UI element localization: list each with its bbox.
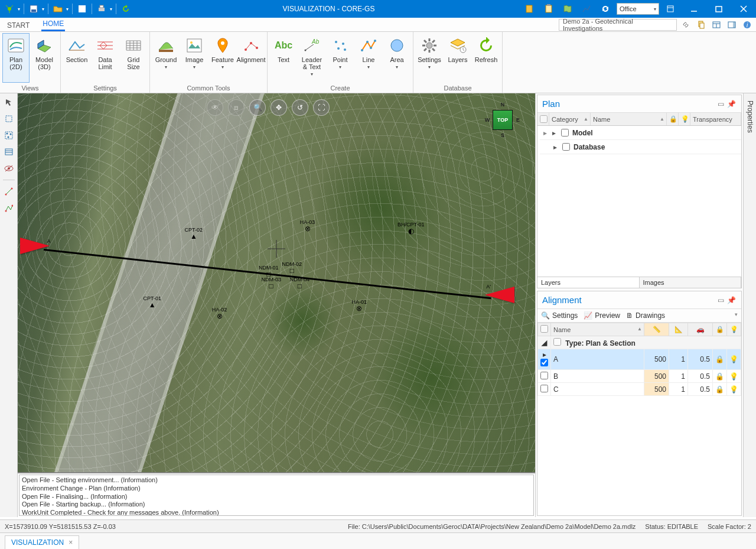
window-icon[interactable] [710, 19, 723, 31]
compass-widget[interactable]: N W TOP E S [482, 99, 523, 141]
theme-dropdown[interactable]: Office▾ [617, 3, 659, 15]
lock-icon[interactable]: 🔒 [713, 349, 727, 370]
expand-icon[interactable]: ▸ [550, 129, 558, 137]
feature-button[interactable]: Feature▾ [209, 33, 236, 83]
message-console[interactable]: Open File - Setting environment... (Info… [19, 475, 534, 516]
fit-icon[interactable]: ⛶ [313, 99, 330, 116]
properties-side-tab[interactable]: Properties [743, 93, 756, 517]
align-col-name[interactable]: Name▲ [551, 323, 644, 336]
db-refresh-button[interactable]: Refresh [472, 33, 500, 83]
plan-row-model[interactable]: ▸ ▸ Model [540, 126, 741, 140]
survey-marker[interactable]: NDM-03□ [261, 277, 281, 290]
survey-marker[interactable]: NDM-02□ [282, 261, 302, 274]
cursor-icon[interactable] [2, 96, 15, 109]
doc-tab-visualization[interactable]: VISUALIZATION × [5, 535, 79, 549]
col-lock-icon[interactable]: 🔒 [667, 113, 679, 125]
bulb-icon[interactable]: 💡 [727, 349, 741, 370]
plan-2d-button[interactable]: Plan (2D) [2, 33, 30, 83]
plan-row-check[interactable] [561, 129, 569, 137]
lock-icon[interactable]: 🔒 [713, 383, 727, 396]
ground-button[interactable]: Ground▾ [152, 33, 180, 83]
align-col-scale-icon[interactable]: 📏 [644, 323, 669, 336]
help-book-icon[interactable] [522, 1, 537, 17]
col-transparency[interactable]: Transparency [690, 113, 741, 125]
panel-icon[interactable] [725, 19, 738, 31]
bulb-icon[interactable]: 💡 [727, 370, 741, 383]
align-row-check[interactable] [540, 372, 548, 379]
plan-tab-images[interactable]: Images [640, 277, 742, 288]
data-limit-button[interactable]: Data Limit [92, 33, 119, 83]
survey-marker[interactable]: CPT-01▲ [143, 295, 161, 308]
text-button[interactable]: Abc Text [270, 33, 297, 83]
panel-restore-icon[interactable]: ▭ [715, 99, 726, 109]
survey-marker[interactable]: HA-01⊗ [351, 299, 367, 312]
align-group-row[interactable]: ◢ Type: Plan & Section [538, 336, 741, 349]
align-drawings-button[interactable]: 🗎Drawings [626, 311, 665, 320]
copy-icon[interactable] [695, 19, 708, 31]
polyline-tool-icon[interactable] [2, 202, 15, 215]
col-name[interactable]: Name▲ [591, 113, 667, 125]
close-icon[interactable]: × [69, 538, 73, 547]
panel-restore-icon[interactable]: ▭ [715, 295, 726, 306]
align-col-lock-icon[interactable]: 🔒 [713, 323, 727, 336]
link-icon[interactable] [679, 19, 692, 31]
zoom-window-icon[interactable]: ⧈ [228, 99, 245, 116]
undo-view-icon[interactable]: ↺ [292, 99, 308, 116]
survey-marker[interactable]: BH/CPT-01◐ [397, 222, 425, 235]
zoom-icon[interactable]: 🔍 [249, 99, 266, 116]
col-bulb-icon[interactable]: 💡 [679, 113, 690, 125]
align-row-check[interactable] [540, 385, 548, 392]
plan-row-database[interactable]: ▸ Database [540, 140, 741, 154]
save-icon[interactable] [28, 3, 40, 15]
grid-size-button[interactable]: Grid Size [120, 33, 147, 83]
tab-home[interactable]: HOME [41, 18, 65, 31]
expand-icon[interactable]: ▸ [552, 143, 559, 151]
sync-icon[interactable] [598, 1, 613, 17]
survey-marker[interactable]: HA-03⊗ [300, 219, 315, 232]
alignment-row[interactable]: B50010.5🔒💡 [538, 370, 741, 383]
chart-icon[interactable] [579, 1, 594, 17]
col-category[interactable]: Category▲ [549, 113, 591, 125]
align-col-bulb-icon[interactable]: 💡 [727, 323, 741, 336]
select-rect-icon[interactable] [2, 112, 15, 125]
align-col-ruler-icon[interactable]: 📐 [669, 323, 688, 336]
section-button[interactable]: Section [63, 33, 90, 83]
minimize-ribbon-icon[interactable] [663, 1, 678, 17]
print-icon[interactable] [96, 3, 107, 15]
table-icon[interactable] [2, 145, 15, 158]
align-col-vehicle-icon[interactable]: 🚗 [688, 323, 713, 336]
align-row-check[interactable] [540, 359, 548, 366]
panel-pin-icon[interactable]: 📌 [726, 295, 737, 306]
panel-pin-icon[interactable]: 📌 [726, 99, 737, 109]
view-eye-icon[interactable]: 👁 [207, 99, 223, 116]
bulb-icon[interactable]: 💡 [727, 383, 741, 396]
align-toolbar-menu[interactable]: ▾ [735, 311, 738, 320]
plan-viewport[interactable]: 👁 ⧈ 🔍 ✥ ↺ ⛶ N W TOP E S A A' CPT- [18, 93, 535, 473]
db-settings-button[interactable]: Settings▾ [416, 33, 443, 83]
leader-text-button[interactable]: Ab Leader & Text▾ [298, 33, 325, 83]
area-button[interactable]: Area▾ [383, 33, 410, 83]
alignment-row[interactable]: ▸ A50010.5🔒💡 [538, 349, 741, 370]
alignment-button[interactable]: Alignment [237, 33, 265, 83]
tab-start[interactable]: START [6, 20, 31, 31]
eye-off-icon[interactable] [2, 162, 15, 175]
select-points-icon[interactable] [2, 129, 15, 142]
window-maximize[interactable] [706, 0, 731, 18]
plan-tab-layers[interactable]: Layers [537, 277, 640, 288]
info-icon[interactable]: i [741, 19, 754, 31]
align-col-check[interactable] [538, 323, 551, 336]
alignment-row[interactable]: C50010.5🔒💡 [538, 383, 741, 396]
map-icon[interactable] [560, 1, 575, 17]
open-icon[interactable] [52, 3, 64, 15]
layers-button[interactable]: Layers [444, 33, 471, 83]
point-button[interactable]: Point▾ [327, 33, 354, 83]
project-location-field[interactable]: Demo 2a - Geotechnical Investigations [559, 19, 677, 31]
model-3d-button[interactable]: Model (3D) [31, 33, 58, 83]
compass-top[interactable]: TOP [493, 110, 513, 130]
app-icon[interactable] [4, 3, 15, 15]
align-preview-button[interactable]: 📈Preview [584, 311, 620, 320]
plan-checkall[interactable] [540, 115, 548, 123]
clipboard-icon[interactable] [541, 1, 556, 17]
align-settings-button[interactable]: 🔍Settings [541, 311, 578, 320]
window-minimize[interactable] [682, 0, 706, 18]
